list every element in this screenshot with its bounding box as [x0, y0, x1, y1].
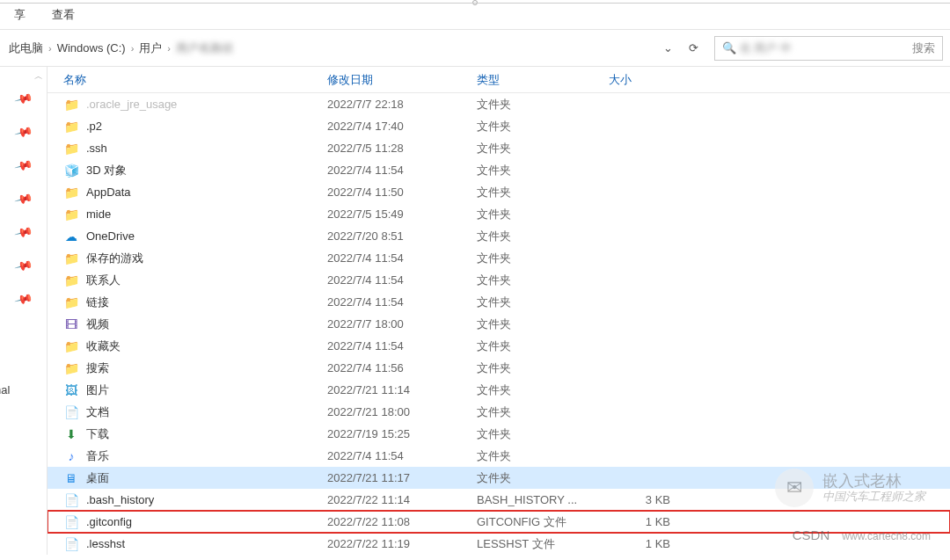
- file-name: 链接: [86, 295, 109, 310]
- file-name-cell[interactable]: 📁收藏夹: [63, 338, 327, 354]
- file-type: 文件夹: [477, 295, 609, 310]
- file-row[interactable]: 📁.p22022/7/4 17:40文件夹: [48, 115, 950, 137]
- chevron-right-icon[interactable]: ›: [48, 43, 52, 54]
- column-header-date[interactable]: 修改日期: [327, 72, 477, 88]
- pin-icon[interactable]: 📌: [13, 289, 33, 309]
- breadcrumb-username-blurred[interactable]: 用户名路径: [176, 40, 233, 56]
- pin-icon[interactable]: 📌: [13, 222, 33, 242]
- file-name-cell[interactable]: 📄.bash_history: [63, 492, 327, 508]
- file-date: 2022/7/4 11:54: [327, 449, 477, 462]
- pin-icon[interactable]: 📌: [13, 156, 33, 175]
- file-name-cell[interactable]: 📁.p2: [63, 119, 327, 135]
- pin-icon[interactable]: 📌: [13, 256, 33, 275]
- file-name-cell[interactable]: 📁.ssh: [63, 141, 327, 156]
- file-date: 2022/7/4 11:56: [327, 361, 477, 375]
- chevron-right-icon[interactable]: ›: [167, 43, 171, 54]
- nav-pane[interactable]: ︿ 📌 📌 📌 📌 📌 📌 📌 nal: [0, 67, 48, 555]
- file-row[interactable]: 🎞视频2022/7/7 18:00文件夹: [48, 313, 950, 335]
- file-name-cell[interactable]: 📁联系人: [63, 273, 327, 288]
- file-name-cell[interactable]: ☁OneDrive: [63, 229, 327, 244]
- file-row[interactable]: ⬇下载2022/7/19 15:25文件夹: [48, 423, 950, 445]
- file-name: .bash_history: [86, 493, 154, 506]
- file-date: 2022/7/7 22:18: [327, 98, 477, 111]
- file-type: 文件夹: [477, 316, 609, 332]
- file-name: .p2: [86, 120, 102, 133]
- file-row[interactable]: ♪音乐2022/7/4 11:54文件夹: [48, 445, 950, 467]
- file-name-cell[interactable]: 🎞视频: [63, 316, 327, 332]
- file-name-cell[interactable]: 📁链接: [63, 295, 327, 310]
- chevron-right-icon[interactable]: ›: [131, 43, 135, 54]
- wechat-logo-icon: ✉: [775, 469, 814, 507]
- ribbon-collapsed-handle[interactable]: [0, 0, 950, 5]
- file-type: 文件夹: [477, 448, 609, 464]
- file-date: 2022/7/19 15:25: [327, 427, 477, 440]
- file-name-cell[interactable]: 🖼图片: [63, 382, 327, 398]
- folder-icon: 📁: [63, 251, 79, 266]
- file-row[interactable]: 📁联系人2022/7/4 11:54文件夹: [48, 269, 950, 291]
- file-row[interactable]: 🧊3D 对象2022/7/4 11:54文件夹: [48, 159, 950, 181]
- file-name-cell[interactable]: ⬇下载: [63, 426, 327, 442]
- pin-icon[interactable]: 📌: [13, 189, 33, 208]
- pin-icon[interactable]: 📌: [13, 89, 33, 108]
- file-row[interactable]: 📁mide2022/7/5 15:49文件夹: [48, 203, 950, 225]
- downloads-icon: ⬇: [63, 426, 79, 442]
- file-date: 2022/7/21 11:14: [327, 383, 477, 396]
- file-name: 音乐: [86, 448, 109, 464]
- file-name-cell[interactable]: 📁搜索: [63, 360, 327, 376]
- column-header-type[interactable]: 类型: [477, 72, 609, 88]
- file-name: 收藏夹: [86, 338, 121, 354]
- watermark-title: 嵌入式老林: [822, 473, 925, 491]
- breadcrumb-drive-c[interactable]: Windows (C:): [57, 41, 126, 55]
- file-row[interactable]: 📁保存的游戏2022/7/4 11:54文件夹: [48, 247, 950, 269]
- file-name-cell[interactable]: 📄文档: [63, 404, 327, 420]
- refresh-icon[interactable]: ⟳: [689, 41, 698, 55]
- menu-share-fragment[interactable]: 享: [5, 4, 34, 26]
- file-type: 文件夹: [477, 229, 609, 244]
- file-type: LESSHST 文件: [477, 536, 609, 552]
- file-name-cell[interactable]: 🖥桌面: [63, 470, 327, 486]
- file-row[interactable]: 📁链接2022/7/4 11:54文件夹: [48, 291, 950, 313]
- file-name-cell[interactable]: 📁mide: [63, 207, 327, 222]
- file-name: 保存的游戏: [86, 251, 143, 266]
- file-row[interactable]: 🖼图片2022/7/21 11:14文件夹: [48, 379, 950, 401]
- file-name-cell[interactable]: ♪音乐: [63, 448, 327, 464]
- breadcrumb-users[interactable]: 用户: [139, 40, 162, 56]
- file-name-cell[interactable]: 📄.gitconfig: [63, 514, 327, 530]
- file-name-cell[interactable]: 📁AppData: [63, 185, 327, 200]
- file-type: 文件夹: [477, 185, 609, 200]
- search-icon: 🔍: [722, 41, 736, 55]
- file-size: 1 KB: [609, 537, 697, 550]
- file-name: 搜索: [86, 360, 109, 376]
- file-name: 下载: [86, 426, 109, 442]
- pin-icon[interactable]: 📌: [13, 122, 33, 142]
- breadcrumb[interactable]: 此电脑 › Windows (C:) › 用户 › 用户名路径: [0, 36, 647, 61]
- file-name-cell[interactable]: 🧊3D 对象: [63, 163, 327, 178]
- menu-view[interactable]: 查看: [43, 4, 84, 26]
- breadcrumb-this-pc[interactable]: 此电脑: [9, 40, 43, 56]
- onedrive-icon: ☁: [63, 229, 79, 244]
- file-row[interactable]: 📄文档2022/7/21 18:00文件夹: [48, 401, 950, 423]
- file-type: 文件夹: [477, 207, 609, 222]
- file-row[interactable]: 📁搜索2022/7/4 11:56文件夹: [48, 357, 950, 379]
- file-date: 2022/7/21 18:00: [327, 405, 477, 418]
- file-name-cell[interactable]: 📁保存的游戏: [63, 251, 327, 266]
- file-row[interactable]: 📁.ssh2022/7/5 11:28文件夹: [48, 137, 950, 159]
- file-type: BASH_HISTORY ...: [477, 493, 609, 506]
- file-icon: 📄: [63, 492, 79, 508]
- search-input[interactable]: 🔍 在 用户 中 搜索: [714, 36, 943, 61]
- column-header-name[interactable]: 名称: [63, 72, 327, 88]
- file-row[interactable]: 📁收藏夹2022/7/4 11:54文件夹: [48, 335, 950, 357]
- file-date: 2022/7/4 11:54: [327, 273, 477, 287]
- file-row[interactable]: ☁OneDrive2022/7/20 8:51文件夹: [48, 225, 950, 247]
- file-type: 文件夹: [477, 426, 609, 442]
- file-name: 视频: [86, 316, 109, 332]
- breadcrumb-dropdown-icon[interactable]: ⌄: [663, 41, 673, 55]
- file-name-cell[interactable]: 📁.oracle_jre_usage: [63, 97, 327, 113]
- file-name-cell[interactable]: 📄.lesshst: [63, 536, 327, 552]
- file-row[interactable]: 📁AppData2022/7/4 11:50文件夹: [48, 181, 950, 203]
- column-header-size[interactable]: 大小: [609, 72, 697, 88]
- file-row[interactable]: 📁.oracle_jre_usage2022/7/7 22:18文件夹: [48, 93, 950, 115]
- nav-scroll-up-icon[interactable]: ︿: [34, 70, 43, 83]
- file-name: AppData: [86, 185, 131, 199]
- nav-tree-item-truncated[interactable]: nal: [0, 383, 10, 396]
